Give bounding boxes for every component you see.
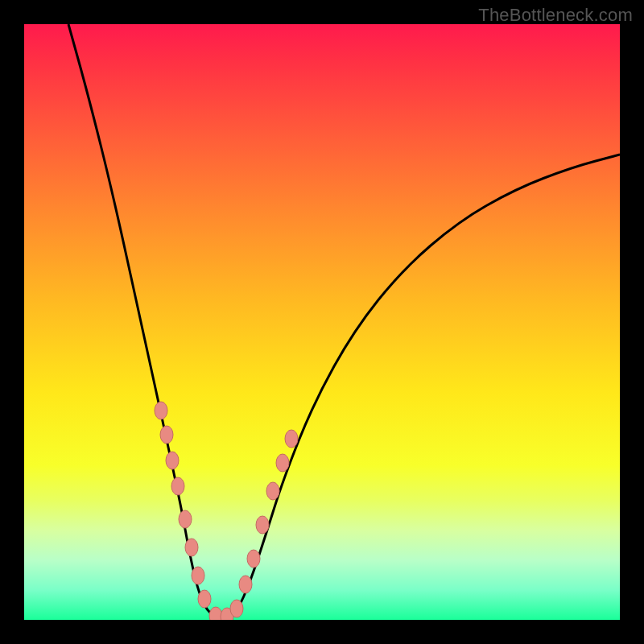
curve-markers [155,402,298,620]
curve-marker [155,402,167,419]
curve-marker [185,539,198,556]
curve-marker [179,510,192,528]
curve-marker [266,482,279,500]
curve-marker [230,600,243,617]
curve-marker [192,567,204,584]
curve-marker [166,452,179,469]
watermark-text: TheBottleneck.com [478,5,633,26]
curve-marker [247,550,260,568]
curve-marker [256,516,269,534]
curve-marker [160,426,173,444]
curve-right-branch [229,155,620,618]
curve-left-branch [68,24,221,618]
curve-marker [239,576,252,593]
curve-marker [198,590,211,608]
curve-marker [276,454,289,472]
curve-marker [285,430,298,448]
chart-svg [24,24,620,620]
curve-marker [171,477,184,495]
chart-frame: TheBottleneck.com [0,0,644,644]
chart-plot-area [24,24,620,620]
